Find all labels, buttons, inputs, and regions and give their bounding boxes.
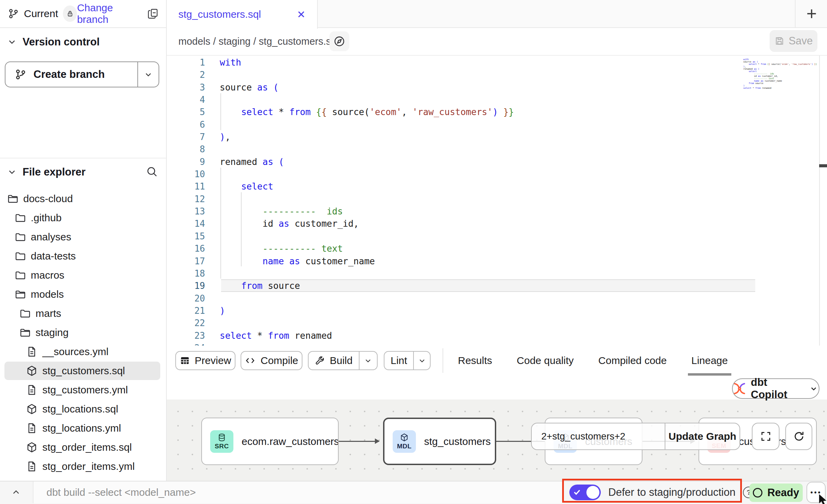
file-item-stg-locations-sql[interactable]: stg_locations.sql [0, 400, 166, 419]
file-item-models[interactable]: models [0, 285, 166, 304]
create-branch-button[interactable]: Create branch [5, 61, 159, 87]
file-tree: docs-cloud.githubanalysesdata-testsmacro… [0, 189, 166, 476]
file-item-label: docs-cloud [23, 193, 73, 205]
lint-label: Lint [391, 355, 407, 366]
code-line [220, 342, 514, 346]
dbt-copilot-button[interactable]: dbt Copilot [732, 378, 819, 399]
collapse-panel-button[interactable] [5, 481, 27, 503]
version-control-header[interactable]: Version control [0, 33, 166, 51]
refresh-button[interactable] [785, 423, 812, 450]
lineage-node-source[interactable]: SRC ecom.raw_customers [201, 418, 339, 465]
doc-icon [26, 346, 38, 358]
lint-button[interactable]: Lint [384, 352, 413, 369]
breadcrumb-row: models / staging / stg_customers.sql Sav… [166, 28, 827, 56]
fullscreen-button[interactable] [752, 423, 779, 450]
lint-menu-button[interactable] [414, 352, 430, 369]
search-icon[interactable] [146, 165, 159, 178]
chevron-down-icon [809, 383, 819, 394]
command-input[interactable] [33, 481, 562, 503]
file-item-docs-cloud[interactable]: docs-cloud [0, 189, 166, 208]
explore-button[interactable] [329, 31, 349, 51]
code-line [220, 292, 514, 305]
folder-open-icon [14, 289, 26, 300]
toggle-knob [586, 486, 599, 499]
file-item-stg-order-items-sql[interactable]: stg_order_items.sql [0, 438, 166, 457]
tab-compiled-code[interactable]: Compiled code [598, 355, 667, 366]
file-item-label: stg_customers.sql [42, 365, 125, 377]
file-item-stg-customers-sql[interactable]: stg_customers.sql [0, 361, 166, 380]
file-explorer-header[interactable]: File explorer [0, 163, 166, 181]
folder-icon [14, 269, 26, 281]
folder-icon [14, 212, 26, 224]
ready-circle-icon [753, 488, 762, 498]
save-icon [774, 36, 785, 46]
code-line: ---------- text [220, 242, 514, 255]
lineage-selector-input[interactable] [532, 423, 665, 449]
folder-open-icon [19, 327, 31, 338]
editor-toolbar: Preview Compile Build Lint ResultsCode q… [167, 346, 827, 376]
build-label: Build [330, 355, 353, 366]
sidebar-border [166, 0, 167, 481]
tab-stg-customers[interactable]: stg_customers.sql ✕ [166, 0, 318, 29]
tab-code-quality[interactable]: Code quality [517, 355, 574, 366]
new-tab-button[interactable]: + [798, 0, 825, 27]
file-item-stg-order-items-yml[interactable]: stg_order_items.yml [0, 457, 166, 476]
build-button[interactable]: Build [309, 352, 359, 369]
lineage-node-stg-customers[interactable]: MDL stg_customers [383, 418, 496, 465]
update-graph-button[interactable]: Update Graph [665, 423, 740, 449]
minimap[interactable]: withsource as ( select * from {{ source(… [743, 58, 805, 89]
branch-locked-badge [63, 5, 77, 22]
folder-open-icon [7, 193, 18, 205]
code-line: source as ( [220, 81, 514, 94]
code-editor[interactable]: 123456789101112131415161718192021222324 … [167, 56, 827, 346]
git-branch-icon [8, 8, 19, 19]
build-menu-button[interactable] [360, 352, 377, 369]
code-line: ---------- ids [220, 205, 514, 218]
change-branch-link[interactable]: Change branch [77, 2, 137, 25]
save-label: Save [789, 35, 813, 47]
close-tab-icon[interactable]: ✕ [297, 9, 306, 20]
file-item-stg-customers-yml[interactable]: stg_customers.yml [0, 380, 166, 400]
tab-results[interactable]: Results [458, 355, 492, 366]
defer-toggle[interactable] [569, 485, 601, 500]
copy-icon[interactable] [147, 8, 159, 19]
file-item-label: marts [36, 308, 61, 319]
preview-button[interactable]: Preview [175, 351, 235, 370]
file-item--sources-yml[interactable]: __sources.yml [0, 342, 166, 361]
tab-lineage[interactable]: Lineage [691, 355, 728, 366]
file-item-label: models [31, 289, 64, 300]
code-content[interactable]: with source as ( select * from {{ source… [220, 56, 514, 346]
scrollbar-track [819, 56, 820, 346]
lineage-filter-bar: Update Graph [531, 423, 740, 450]
code-line: from source [220, 280, 514, 292]
file-item-macros[interactable]: macros [0, 266, 166, 285]
create-branch-main[interactable]: Create branch [5, 62, 137, 87]
save-button[interactable]: Save [770, 30, 817, 52]
source-badge: SRC [210, 430, 233, 453]
model-icon [26, 403, 38, 415]
file-item-staging[interactable]: staging [0, 323, 166, 342]
file-item-analyses[interactable]: analyses [0, 227, 166, 247]
refresh-icon [793, 430, 805, 443]
tab-bar-divider [795, 0, 796, 27]
doc-icon [26, 422, 38, 434]
file-item-label: stg_order_items.sql [42, 442, 132, 453]
code-line [220, 267, 514, 280]
line-numbers: 123456789101112131415161718192021222324 [167, 56, 205, 346]
file-item--github[interactable]: .github [0, 208, 166, 227]
lineage-canvas[interactable]: SRC ecom.raw_customers MDL stg_customers… [167, 400, 827, 481]
compile-button[interactable]: Compile [241, 351, 302, 370]
file-item-stg-locations-yml[interactable]: stg_locations.yml [0, 419, 166, 438]
code-line: name as customer_name [220, 255, 514, 267]
defer-label: Defer to staging/production [608, 486, 735, 499]
create-branch-menu[interactable] [138, 62, 159, 87]
file-item-data-tests[interactable]: data-tests [0, 247, 166, 266]
plus-icon: + [806, 3, 817, 24]
status-bar: Defer to staging/production ? Ready ••• [0, 481, 827, 504]
node-label: ecom.raw_customers [242, 436, 339, 447]
file-item-marts[interactable]: marts [0, 304, 166, 323]
code-line: select * from renamed [220, 330, 514, 342]
scrollbar-thumb[interactable] [819, 164, 827, 167]
code-line: id as customer_id, [220, 218, 514, 230]
dbt-copilot-label: dbt Copilot [751, 376, 804, 401]
